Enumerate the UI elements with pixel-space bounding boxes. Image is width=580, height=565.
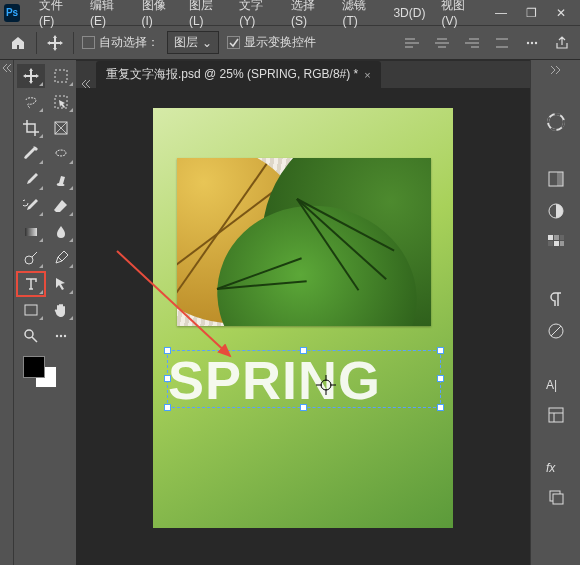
- menu-select[interactable]: 选择(S): [284, 0, 334, 31]
- zoom-tool[interactable]: [17, 324, 45, 348]
- blur-tool[interactable]: [47, 220, 75, 244]
- handle-br[interactable]: [437, 404, 444, 411]
- align-center-icon[interactable]: [432, 33, 452, 53]
- canvas[interactable]: SPRING: [76, 88, 530, 565]
- tab-close-icon[interactable]: ×: [364, 69, 370, 81]
- tab-scroll-icon[interactable]: [82, 80, 96, 88]
- svg-rect-1: [405, 42, 419, 44]
- distribute-icon[interactable]: [492, 33, 512, 53]
- share-icon[interactable]: [552, 33, 572, 53]
- handle-mr[interactable]: [437, 375, 444, 382]
- panel-expand-strip[interactable]: [0, 60, 14, 565]
- character-panel-icon[interactable]: A|: [546, 378, 566, 392]
- panel-collapse-icon[interactable]: [551, 66, 561, 74]
- document-title: 重复文字海报.psd @ 25% (SPRING, RGB/8#) *: [106, 66, 358, 83]
- handle-bm[interactable]: [300, 404, 307, 411]
- foreground-color[interactable]: [23, 356, 45, 378]
- gradients-panel-icon[interactable]: [547, 322, 565, 340]
- properties-panel-icon[interactable]: [547, 406, 565, 424]
- svg-point-22: [60, 335, 62, 337]
- poster-artboard[interactable]: SPRING: [153, 108, 453, 528]
- more-options-icon[interactable]: [522, 33, 542, 53]
- handle-bl[interactable]: [164, 404, 171, 411]
- align-left-icon[interactable]: [402, 33, 422, 53]
- layers-panel-icon[interactable]: [547, 488, 565, 506]
- menu-view[interactable]: 视图(V): [434, 0, 484, 31]
- menu-file[interactable]: 文件(F): [32, 0, 81, 31]
- svg-point-25: [548, 114, 564, 130]
- eraser-tool[interactable]: [47, 194, 75, 218]
- handle-tl[interactable]: [164, 347, 171, 354]
- svg-rect-28: [557, 172, 563, 186]
- right-panel-strip: A| fx: [530, 60, 580, 565]
- hand-tool[interactable]: [47, 298, 75, 322]
- brush-tool[interactable]: [17, 168, 45, 192]
- libraries-panel-icon[interactable]: [547, 170, 565, 188]
- menu-type[interactable]: 文字(Y): [232, 0, 282, 31]
- styles-panel-icon[interactable]: fx: [546, 462, 566, 474]
- path-select-tool[interactable]: [47, 272, 75, 296]
- menu-edit[interactable]: 编辑(E): [83, 0, 133, 31]
- svg-point-13: [535, 41, 537, 43]
- document-tab-bar: 重复文字海报.psd @ 25% (SPRING, RGB/8#) * ×: [76, 60, 530, 88]
- color-swatches[interactable]: [17, 356, 73, 392]
- minimize-button[interactable]: —: [486, 3, 516, 23]
- marquee-tool[interactable]: [47, 64, 75, 88]
- svg-rect-19: [25, 305, 37, 315]
- history-brush-tool[interactable]: [17, 194, 45, 218]
- checkbox-checked-icon: [227, 36, 240, 49]
- home-icon[interactable]: [8, 33, 28, 53]
- svg-rect-17: [25, 228, 37, 236]
- gradient-tool[interactable]: [17, 220, 45, 244]
- handle-tm[interactable]: [300, 347, 307, 354]
- svg-rect-10: [496, 46, 508, 48]
- svg-rect-14: [55, 70, 67, 82]
- move-tool-icon[interactable]: [45, 33, 65, 53]
- lasso-tool[interactable]: [17, 90, 45, 114]
- maximize-button[interactable]: ❐: [516, 3, 546, 23]
- scope-select[interactable]: 图层 ⌄: [167, 31, 219, 54]
- auto-select-checkbox[interactable]: 自动选择：: [82, 34, 159, 51]
- menu-filter[interactable]: 滤镜(T): [335, 0, 384, 31]
- svg-rect-5: [438, 46, 446, 48]
- svg-rect-41: [553, 494, 563, 504]
- handle-tr[interactable]: [437, 347, 444, 354]
- eyedropper-tool[interactable]: [17, 142, 45, 166]
- svg-rect-32: [560, 235, 564, 240]
- svg-point-12: [531, 41, 533, 43]
- text-content: SPRING: [168, 351, 440, 409]
- dodge-tool[interactable]: [17, 246, 45, 270]
- text-layer-selected[interactable]: SPRING: [167, 350, 441, 408]
- object-select-tool[interactable]: [47, 90, 75, 114]
- frame-tool[interactable]: [47, 116, 75, 140]
- color-panel-icon[interactable]: [546, 112, 566, 132]
- rectangle-tool[interactable]: [17, 298, 45, 322]
- patch-tool[interactable]: [47, 142, 75, 166]
- svg-text:A|: A|: [546, 378, 557, 392]
- clone-tool[interactable]: [47, 168, 75, 192]
- type-tool[interactable]: [17, 272, 45, 296]
- close-button[interactable]: ✕: [546, 3, 576, 23]
- menu-3d[interactable]: 3D(D): [386, 3, 432, 23]
- show-transform-label: 显示变换控件: [244, 34, 316, 51]
- crop-tool[interactable]: [17, 116, 45, 140]
- swatches-panel-icon[interactable]: [547, 234, 565, 252]
- pen-tool[interactable]: [47, 246, 75, 270]
- show-transform-checkbox[interactable]: 显示变换控件: [227, 34, 316, 51]
- document-tab[interactable]: 重复文字海报.psd @ 25% (SPRING, RGB/8#) * ×: [96, 61, 381, 88]
- menu-layer[interactable]: 图层(L): [182, 0, 230, 31]
- svg-point-21: [56, 335, 58, 337]
- edit-toolbar[interactable]: [47, 324, 75, 348]
- app-logo: Ps: [4, 4, 20, 22]
- photo-layer[interactable]: [177, 158, 431, 326]
- menu-image[interactable]: 图像(I): [135, 0, 180, 31]
- svg-rect-3: [437, 38, 447, 40]
- toolbox: [14, 60, 76, 565]
- move-tool[interactable]: [17, 64, 45, 88]
- svg-point-11: [527, 41, 529, 43]
- align-right-icon[interactable]: [462, 33, 482, 53]
- window-controls: — ❐ ✕: [486, 3, 576, 23]
- handle-ml[interactable]: [164, 375, 171, 382]
- paragraph-panel-icon[interactable]: [547, 290, 565, 308]
- adjustments-panel-icon[interactable]: [547, 202, 565, 220]
